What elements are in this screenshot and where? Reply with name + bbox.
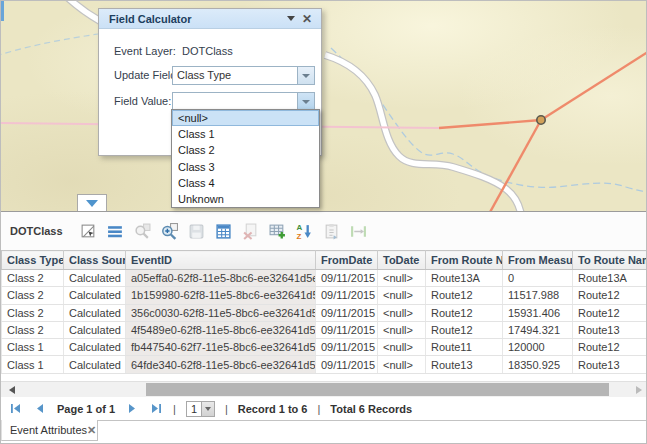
junction-point-marker[interactable] bbox=[537, 116, 545, 124]
column-header[interactable]: FromDate bbox=[316, 251, 378, 270]
separator: | bbox=[317, 403, 320, 415]
event-layer-value: DOTClass bbox=[182, 45, 233, 57]
dropdown-option[interactable]: Class 4 bbox=[172, 175, 319, 191]
table-cell: Route13A bbox=[426, 270, 503, 287]
dropdown-option[interactable]: Class 1 bbox=[172, 126, 319, 142]
table-cell: fb447540-62f7-11e5-8bc6-ee32641d5ec9 bbox=[126, 339, 316, 356]
total-records-label: Total 6 Records bbox=[330, 403, 412, 415]
table-cell: Route11 bbox=[426, 339, 503, 356]
table-header-row: Class TypeClass SourceEventIDFromDateToD… bbox=[2, 251, 647, 270]
table-row[interactable]: Class 1Calculated64fde340-62f8-11e5-8bc6… bbox=[2, 356, 647, 373]
table-row[interactable]: Class 2Calculateda05effa0-62f8-11e5-8bc6… bbox=[2, 270, 647, 287]
resize-columns-button[interactable] bbox=[347, 219, 371, 243]
table-collapse-button[interactable] bbox=[77, 194, 107, 211]
tab-strip-border bbox=[98, 420, 647, 421]
field-value-dropdown-list: <null>Class 1Class 2Class 3Class 4Unknow… bbox=[171, 109, 320, 208]
column-header[interactable]: From Route Name bbox=[426, 251, 503, 270]
table-cell: 64fde340-62f8-11e5-8bc6-ee32641d5ec9 bbox=[126, 356, 316, 373]
table-cell: Route12 bbox=[573, 287, 647, 304]
route-line[interactable] bbox=[439, 120, 541, 128]
zoom-to-data-button[interactable] bbox=[158, 219, 182, 243]
sort-button[interactable]: A Z bbox=[293, 219, 317, 243]
save-button[interactable] bbox=[185, 219, 209, 243]
table-cell: Route12 bbox=[426, 321, 503, 338]
table-cell: Route13 bbox=[573, 356, 647, 373]
close-icon[interactable]: ✕ bbox=[87, 424, 96, 437]
last-page-button[interactable] bbox=[149, 402, 163, 416]
dialog-title: Field Calculator bbox=[109, 13, 283, 25]
table-row[interactable]: Class 2Calculated1b159980-62f8-11e5-8bc6… bbox=[2, 287, 647, 304]
select-records-icon bbox=[80, 223, 97, 240]
table-cell: <null> bbox=[378, 270, 426, 287]
close-icon: ✕ bbox=[302, 13, 312, 25]
field-calculator-icon bbox=[215, 223, 232, 240]
select-records-button[interactable] bbox=[77, 219, 101, 243]
table-options-button[interactable] bbox=[104, 219, 128, 243]
table-row[interactable]: Class 2Calculated4f5489e0-62f8-11e5-8bc6… bbox=[2, 321, 647, 338]
dropdown-option[interactable]: <null> bbox=[172, 110, 319, 126]
scrollbar-thumb[interactable] bbox=[146, 383, 609, 396]
table-cell: Class 2 bbox=[2, 270, 64, 287]
column-header[interactable]: EventID bbox=[126, 251, 316, 270]
dropdown-option[interactable]: Class 2 bbox=[172, 142, 319, 158]
append-records-button[interactable] bbox=[266, 219, 290, 243]
dropdown-option[interactable]: Unknown bbox=[172, 191, 319, 207]
zoom-to-selected-icon bbox=[134, 223, 151, 240]
table-cell: Route12 bbox=[426, 304, 503, 321]
dropdown-option[interactable]: Class 3 bbox=[172, 159, 319, 175]
table-cell: 18350.925 bbox=[503, 356, 573, 373]
chevron-down-icon bbox=[287, 16, 295, 21]
clear-selection-button[interactable] bbox=[239, 219, 263, 243]
tab-event-attributes[interactable]: Event Attributes ✕ bbox=[1, 420, 98, 441]
update-field-dropdown-button[interactable] bbox=[297, 67, 314, 84]
table-row[interactable]: Class 1Calculatedfb447540-62f7-11e5-8bc6… bbox=[2, 339, 647, 356]
table-cell: Calculated bbox=[64, 356, 126, 373]
dialog-menu-button[interactable] bbox=[283, 12, 299, 26]
column-header[interactable]: Class Type bbox=[2, 251, 64, 270]
route-line[interactable] bbox=[541, 50, 647, 120]
table-cell: Calculated bbox=[64, 304, 126, 321]
table-cell: 356c0030-62f8-11e5-8bc6-ee32641d5ec9 bbox=[126, 304, 316, 321]
attribute-transfer-button[interactable] bbox=[320, 219, 344, 243]
attribute-transfer-icon bbox=[323, 223, 340, 240]
page-number-dropdown-button[interactable] bbox=[201, 402, 214, 416]
dialog-close-button[interactable]: ✕ bbox=[299, 12, 315, 26]
previous-page-button[interactable] bbox=[33, 402, 47, 416]
column-header[interactable]: ToDate bbox=[378, 251, 426, 270]
table-cell: 09/11/2015 bbox=[316, 339, 378, 356]
scroll-left-icon[interactable] bbox=[9, 386, 15, 394]
first-page-button[interactable] bbox=[9, 402, 23, 416]
table-cell: 1b159980-62f8-11e5-8bc6-ee32641d5ec9 bbox=[126, 287, 316, 304]
table-cell: Route13 bbox=[426, 356, 503, 373]
bottom-tab-strip: Event Attributes ✕ bbox=[1, 420, 647, 444]
table-cell: <null> bbox=[378, 321, 426, 338]
save-icon bbox=[188, 223, 205, 240]
table-cell: 4f5489e0-62f8-11e5-8bc6-ee32641d5ec9 bbox=[126, 321, 316, 338]
resize-columns-icon bbox=[350, 223, 367, 240]
pagination-bar: Page 1 of 1 | 1 | Record 1 to 6 | Total … bbox=[1, 397, 647, 420]
table-cell: <null> bbox=[378, 304, 426, 321]
table-cell: Route13A bbox=[573, 270, 647, 287]
table-cell: 15931.406 bbox=[503, 304, 573, 321]
page-count-label: Page 1 of 1 bbox=[57, 403, 115, 415]
column-header[interactable]: From Measure bbox=[503, 251, 573, 270]
table-cell: 09/11/2015 bbox=[316, 304, 378, 321]
column-header[interactable]: Class Source bbox=[64, 251, 126, 270]
update-field-select[interactable]: Class Type bbox=[172, 66, 315, 85]
dialog-titlebar[interactable]: Field Calculator ✕ bbox=[99, 9, 321, 29]
table-row[interactable]: Class 2Calculated356c0030-62f8-11e5-8bc6… bbox=[2, 304, 647, 321]
scroll-right-icon[interactable] bbox=[636, 386, 642, 394]
table-options-icon bbox=[107, 223, 124, 240]
field-value-dropdown-button[interactable] bbox=[297, 93, 314, 110]
field-calculator-button[interactable] bbox=[212, 219, 236, 243]
svg-text:Z: Z bbox=[297, 231, 302, 239]
column-header[interactable]: To Route Name bbox=[573, 251, 647, 270]
table-cell: 11517.988 bbox=[503, 287, 573, 304]
chevron-down-icon bbox=[302, 74, 310, 78]
table-cell: <null> bbox=[378, 339, 426, 356]
horizontal-scrollbar[interactable] bbox=[1, 381, 647, 397]
next-page-button[interactable] bbox=[125, 402, 139, 416]
zoom-to-selected-button[interactable] bbox=[131, 219, 155, 243]
page-number-select[interactable]: 1 bbox=[186, 401, 215, 417]
update-field-label: Update Field: bbox=[114, 69, 179, 81]
